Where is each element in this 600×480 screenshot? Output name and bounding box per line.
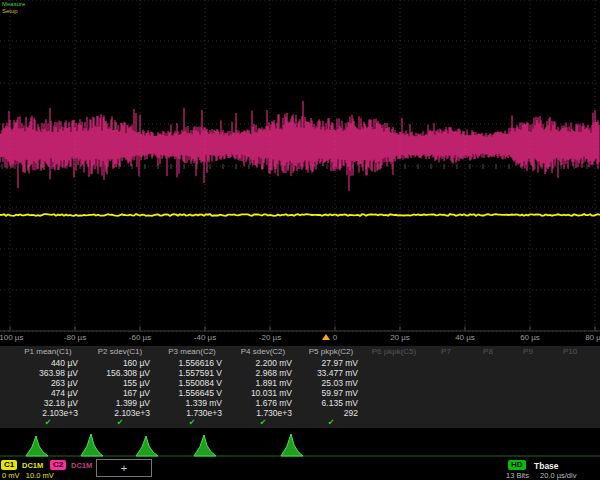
time-label: 60 µs <box>520 333 540 342</box>
param-value-cell <box>508 378 548 388</box>
param-value-cell: 1.550084 V <box>156 378 228 388</box>
param-value-cell: 1.891 mV <box>228 378 298 388</box>
add-trace-button[interactable]: + <box>96 459 152 477</box>
param-header[interactable]: P3 mean(C2) <box>156 346 228 358</box>
c1-trace <box>0 214 600 216</box>
c2-coupling-label: DC1M <box>71 461 92 470</box>
param-value-cell: 25.03 mV <box>298 378 364 388</box>
time-axis-labels: -100 µs-80 µs-60 µs-40 µs-20 µs020 µs40 … <box>0 332 600 345</box>
param-header[interactable]: P2 sdev(C1) <box>84 346 156 358</box>
param-value-cell <box>364 388 424 398</box>
histicon-display <box>0 428 600 458</box>
param-value-cell <box>508 368 548 378</box>
param-status-check: ✔ <box>84 418 156 428</box>
oscilloscope-screen: Measure Setup -100 µs-80 µs-60 µs-40 µs-… <box>0 0 600 480</box>
param-header[interactable]: P7 <box>424 346 468 358</box>
param-value-cell: 2.200 mV <box>228 358 298 368</box>
histicon-peak <box>281 434 303 456</box>
trigger-position-marker[interactable] <box>322 334 330 340</box>
param-value-cell: 27.97 mV <box>298 358 364 368</box>
histicon-peak <box>26 436 48 456</box>
param-header[interactable]: P4 sdev(C2) <box>228 346 298 358</box>
param-value-cell <box>468 368 508 378</box>
time-label: 80 µs <box>585 333 600 342</box>
param-value-cell <box>364 408 424 418</box>
param-value-cell <box>468 388 508 398</box>
param-value-cell <box>364 398 424 408</box>
param-status-check <box>548 418 592 428</box>
c2-noise-trace <box>0 101 599 191</box>
param-value-cell: 440 µV <box>12 358 84 368</box>
param-value-cell: 1.557591 V <box>156 368 228 378</box>
channel-c2-badge[interactable]: C2 <box>50 460 66 470</box>
param-header[interactable]: P6 pkpk(C5) <box>364 346 424 358</box>
param-value-cell: 156.308 µV <box>84 368 156 378</box>
c1-coupling-label: DC1M <box>22 461 43 470</box>
param-header[interactable]: P10 <box>548 346 592 358</box>
time-label: 40 µs <box>455 333 475 342</box>
param-value-cell <box>548 358 592 368</box>
param-value-cell: 59.97 mV <box>298 388 364 398</box>
annotation-line2: Setup <box>2 8 25 15</box>
top-left-annotation: Measure Setup <box>2 1 25 15</box>
param-status-check <box>364 418 424 428</box>
param-value-cell <box>424 378 468 388</box>
param-value-cell <box>548 398 592 408</box>
param-value-cell: 2.103e+3 <box>12 408 84 418</box>
param-value-cell <box>424 368 468 378</box>
param-value-cell: 6.135 mV <box>298 398 364 408</box>
param-value-cell <box>424 408 468 418</box>
param-value-cell <box>508 408 548 418</box>
param-value-cell <box>468 378 508 388</box>
param-value-cell <box>424 398 468 408</box>
param-value-cell <box>548 408 592 418</box>
param-header[interactable]: P9 <box>508 346 548 358</box>
param-value-cell: 263 µV <box>12 378 84 388</box>
timebase-label[interactable]: Tbase <box>534 461 559 471</box>
param-value-cell: 292 <box>298 408 364 418</box>
time-label: -40 µs <box>194 333 216 342</box>
axis-ticks <box>2 164 595 331</box>
param-value-cell: 1.676 mV <box>228 398 298 408</box>
c1-scale-offset: 0 mV 10.0 mV <box>2 471 54 480</box>
param-value-cell: 474 µV <box>12 388 84 398</box>
param-value-cell <box>424 388 468 398</box>
c1-offset-value: 0 mV <box>2 471 20 480</box>
c1-scale-value: 10.0 mV <box>26 471 54 480</box>
param-header[interactable]: P1 mean(C1) <box>12 346 84 358</box>
param-value-cell <box>508 388 548 398</box>
descriptor-bar: C1 DC1M C2 DC1M 0 mV 10.0 mV + HD Tbase … <box>0 458 600 480</box>
time-label: -60 µs <box>129 333 151 342</box>
time-label: -100 µs <box>0 333 23 342</box>
histicon-peak <box>194 435 216 456</box>
param-status-check <box>468 418 508 428</box>
param-header[interactable]: P5 pkpk(C2) <box>298 346 364 358</box>
param-status-check: ✔ <box>228 418 298 428</box>
param-value-cell <box>364 368 424 378</box>
param-value-cell: 160 µV <box>84 358 156 368</box>
time-label: -80 µs <box>64 333 86 342</box>
param-header[interactable]: P8 <box>468 346 508 358</box>
param-value-cell: 10.031 mV <box>228 388 298 398</box>
param-value-cell <box>548 388 592 398</box>
histicon-peak <box>136 436 158 456</box>
param-value-cell: 1.556645 V <box>156 388 228 398</box>
param-status-check: ✔ <box>298 418 364 428</box>
timebase-scale: 20.0 µs/div <box>540 471 576 480</box>
param-status-check <box>424 418 468 428</box>
channel-c1-badge[interactable]: C1 <box>1 460 17 470</box>
parameter-histicons <box>0 428 600 458</box>
param-value-cell: 1.730e+3 <box>228 408 298 418</box>
param-value-cell <box>424 358 468 368</box>
hd-mode-badge[interactable]: HD <box>508 460 526 470</box>
param-value-cell: 155 µV <box>84 378 156 388</box>
param-value-cell: 1.556616 V <box>156 358 228 368</box>
histicon-peak <box>81 434 103 456</box>
param-status-check: ✔ <box>12 418 84 428</box>
param-value-cell: 1.339 mV <box>156 398 228 408</box>
hd-bits-label: 13 Bits <box>506 471 529 480</box>
waveform-display <box>0 0 600 332</box>
time-label: 20 µs <box>390 333 410 342</box>
param-value-cell <box>468 398 508 408</box>
param-value-cell <box>364 378 424 388</box>
